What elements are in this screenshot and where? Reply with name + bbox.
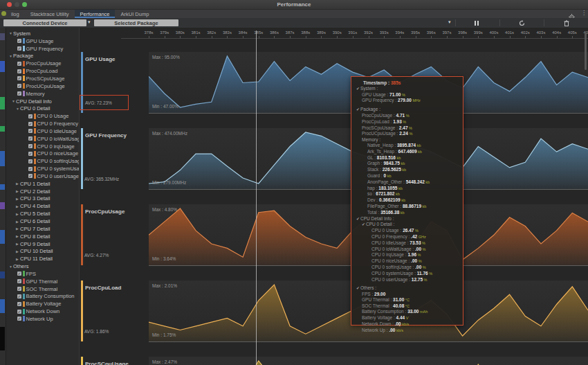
checkbox-cpu-0-softirqusag[interactable]: ✓ (28, 159, 33, 163)
axis-tick-label: 389s (317, 30, 326, 35)
tree-item-cpu-0-systemusa[interactable]: ✓CPU 0 systemUsa (6, 165, 79, 172)
check-icon: ✔ (362, 222, 365, 226)
tooltip-value: 385s (391, 80, 401, 85)
checkbox-battery-voltage[interactable]: ✓ (17, 302, 21, 306)
tree-item-cpu-0-userusage[interactable]: ✓CPU 0 userUsage (6, 172, 79, 180)
tree-item-network-down[interactable]: ✓Network Down (6, 308, 79, 315)
tree-group-package[interactable]: ▼Package (6, 53, 79, 60)
tooltip-value: 33.00 (407, 309, 419, 314)
chart-plot-procscpuusage[interactable] (149, 357, 588, 365)
tree-item-cpu-0-usage[interactable]: ✓CPU 0 Usage (6, 112, 79, 120)
tree-item-cpu-0-irqusage[interactable]: ✓CPU 0 irqUsage (6, 143, 79, 150)
tree-group-cpu-0-detail[interactable]: ▼CPU 0 Detail (6, 105, 79, 112)
tree-label: CPU 0 Frequency (37, 121, 79, 127)
tree-label: Battery Voltage (26, 301, 62, 307)
tooltip-label: Battery Consumption : (362, 309, 407, 314)
checkbox-network-down[interactable]: ✓ (17, 310, 21, 314)
pause-button[interactable] (472, 19, 481, 26)
tree-item-cpu-0-niceusage[interactable]: ✓CPU 0 niceUsage (6, 150, 79, 158)
chart-avg-value[interactable]: AVG: 72.23% (80, 95, 129, 110)
checkbox-proccpuload[interactable]: ✓ (17, 69, 21, 73)
tree-item-memory[interactable]: ✓Memory (6, 90, 79, 98)
checkbox-gpu-thermal[interactable]: ✓ (17, 279, 21, 283)
checkbox-cpu-0-userusage[interactable]: ✓ (28, 174, 33, 178)
tab-arkui-dump[interactable]: ArkUI Dump (115, 10, 154, 18)
tree-group-system[interactable]: ▼System (6, 30, 79, 37)
tooltip-unit: kb (397, 186, 402, 190)
tree-group-cpu-9-detail[interactable]: ▶CPU 9 Detail (6, 240, 79, 248)
checkbox-cpu-0-frequency[interactable]: ✓ (28, 122, 33, 126)
chart-options-caret-icon[interactable]: ▾ (448, 19, 451, 25)
tree-label: CPU 1 Detail (20, 181, 50, 187)
trash-icon[interactable] (562, 19, 571, 26)
checkbox-gpu-frequency[interactable]: ✓ (17, 46, 21, 51)
tree-group-others[interactable]: ▼Others (6, 262, 79, 270)
axis-tick-label: 386s (270, 30, 279, 35)
tree-item-gpu-usage[interactable]: ✓GPU Usage (6, 37, 79, 45)
checkbox-network-up[interactable]: ✓ (17, 317, 21, 321)
tree-item-cpu-0-softirqusag[interactable]: ✓CPU 0 softIrqUsag (6, 157, 79, 165)
tree-item-proccpuusage[interactable]: ✓ProcCpuUsage (6, 60, 79, 67)
tab-stacktrace-utility[interactable]: Stacktrace Utility (25, 10, 75, 18)
tree-group-cpu-4-detail[interactable]: ▶CPU 4 Detail (6, 202, 79, 210)
checkbox-procscpuusage[interactable]: ✓ (17, 76, 21, 80)
tree-item-battery-consumption[interactable]: ✓Battery Consumption (6, 293, 79, 301)
checkbox-cpu-0-iowaitusag[interactable]: ✓ (28, 136, 33, 141)
color-chip (23, 46, 25, 51)
tree-item-cpu-0-idleusage[interactable]: ✓CPU 0 idleUsage (6, 127, 79, 135)
tree-item-fps[interactable]: ✓FPS (6, 270, 79, 278)
tree-label: CPU 4 Detail (20, 203, 50, 209)
tooltip-label: FilePage_Other : (367, 204, 403, 208)
tree-group-cpu-3-detail[interactable]: ▶CPU 3 Detail (6, 195, 79, 203)
tree-label: GPU Thermal (26, 278, 58, 285)
checkbox-proccpuusage[interactable]: ✓ (17, 62, 21, 66)
tooltip-value: 40.08 (393, 303, 404, 308)
tooltip-value: 0.3662109 (379, 197, 401, 202)
refresh-icon[interactable] (517, 19, 526, 26)
tree-item-procucpuusage[interactable]: ✓ProcUCpuUsage (6, 82, 79, 90)
tree-group-cpu-2-detail[interactable]: ▶CPU 2 Detail (6, 188, 79, 195)
tree-group-cpu-11-detail[interactable]: ▶CPU 11 Detail (6, 255, 79, 262)
tree-item-gpu-frequency[interactable]: ✓GPU Frequency (6, 45, 79, 53)
checkbox-fps[interactable]: ✓ (17, 271, 21, 276)
tree-label: ProcUCpuUsage (26, 83, 65, 89)
timeline-crosshair (256, 30, 257, 365)
chart-max-label: Max : 4.80% (152, 207, 177, 212)
checkbox-soc-thermal[interactable]: ✓ (17, 287, 21, 291)
checkbox-procucpuusage[interactable]: ✓ (17, 84, 21, 88)
checkbox-memory[interactable]: ✓ (17, 91, 21, 96)
tree-group-cpu-10-detail[interactable]: ▶CPU 10 Detail (6, 247, 79, 255)
tree-item-network-up[interactable]: ✓Network Up (6, 315, 79, 323)
tree-item-gpu-thermal[interactable]: ✓GPU Thermal (6, 278, 79, 285)
selected-package-dropdown[interactable]: Selected Package (94, 19, 178, 26)
tree-item-proccpuload[interactable]: ✓ProcCpuLoad (6, 67, 79, 75)
checkbox-cpu-0-irqusage[interactable]: ✓ (28, 144, 33, 148)
tree-group-cpu-6-detail[interactable]: ▶CPU 6 Detail (6, 217, 79, 225)
tree-item-cpu-0-iowaitusag[interactable]: ✓CPU 0 ioWaitUsag (6, 135, 79, 143)
tree-group-cpu-detail-info[interactable]: ▼CPU Detail Info (6, 98, 79, 105)
tree-group-cpu-7-detail[interactable]: ▶CPU 7 Detail (6, 225, 79, 233)
connected-device-dropdown[interactable]: Connected Device (3, 19, 86, 26)
checkbox-battery-consumption[interactable]: ✓ (17, 294, 21, 299)
axis-tick-label: 393s (380, 30, 389, 35)
axis-tick-label: 394s (395, 30, 404, 35)
tooltip-line: SOC Thermal : 40.08 °C (356, 303, 458, 310)
device-dropdown-caret-icon[interactable]: ▾ (88, 19, 91, 25)
vertical-scrollbar[interactable] (585, 32, 587, 70)
tree-item-procscpuusage[interactable]: ✓ProcSCpuUsage (6, 75, 79, 82)
tooltip-line: ProcCpuLoad : 1.93 % (356, 119, 458, 125)
checkbox-cpu-0-usage[interactable]: ✓ (28, 114, 33, 118)
tree-group-cpu-5-detail[interactable]: ▶CPU 5 Detail (6, 210, 79, 217)
tree-item-soc-thermal[interactable]: ✓SOC Thermal (6, 285, 79, 293)
checkbox-cpu-0-systemusa[interactable]: ✓ (28, 167, 33, 171)
checkbox-cpu-0-idleusage[interactable]: ✓ (28, 129, 33, 133)
checkbox-gpu-usage[interactable]: ✓ (17, 39, 21, 43)
tree-group-cpu-8-detail[interactable]: ▶CPU 8 Detail (6, 233, 79, 240)
checkbox-cpu-0-niceusage[interactable]: ✓ (28, 152, 33, 156)
tree-item-cpu-0-frequency[interactable]: ✓CPU 0 Frequency (6, 120, 79, 127)
kebab-menu-icon[interactable]: ⋮ (581, 10, 587, 16)
tab-ilog[interactable]: ilog (6, 10, 25, 18)
tab-performance[interactable]: Performance (75, 10, 116, 18)
tree-item-battery-voltage[interactable]: ✓Battery Voltage (6, 300, 79, 308)
tree-group-cpu-1-detail[interactable]: ▶CPU 1 Detail (6, 180, 79, 188)
